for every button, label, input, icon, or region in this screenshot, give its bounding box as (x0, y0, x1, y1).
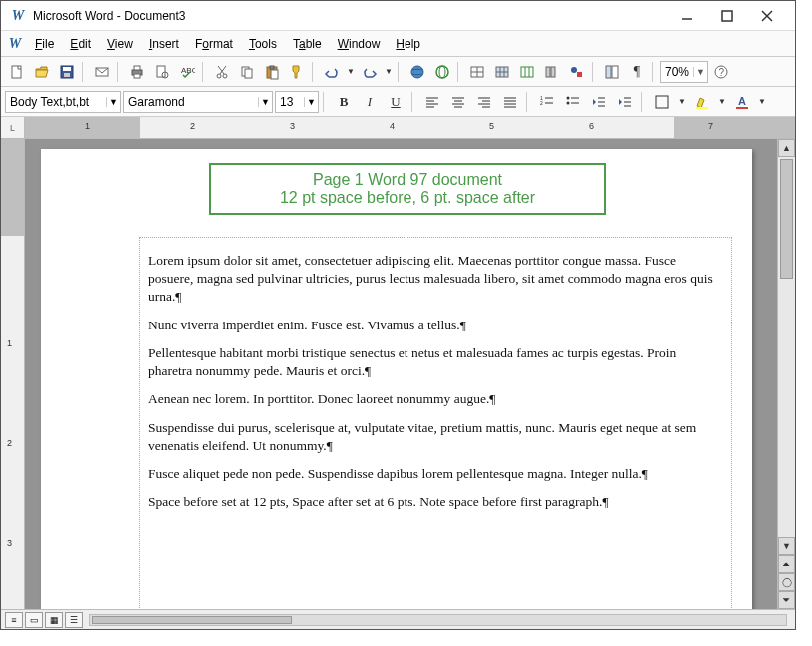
columns-button[interactable] (540, 60, 564, 84)
mail-button[interactable] (90, 60, 114, 84)
align-justify-icon (502, 94, 518, 110)
close-button[interactable] (747, 2, 787, 30)
menu-window[interactable]: Window (332, 35, 387, 53)
new-button[interactable] (5, 60, 29, 84)
excel-button[interactable] (515, 60, 539, 84)
paste-icon (264, 64, 280, 80)
zoom-dropdown[interactable]: 70% ▼ (660, 61, 708, 83)
font-dropdown[interactable]: Garamond ▼ (123, 91, 273, 113)
menu-insert[interactable]: Insert (143, 35, 185, 53)
italic-button[interactable]: I (358, 90, 382, 114)
chevron-down-icon[interactable]: ▼ (106, 97, 120, 107)
menu-table[interactable]: Table (287, 35, 328, 53)
menu-view[interactable]: View (101, 35, 139, 53)
open-button[interactable] (30, 60, 54, 84)
vertical-scrollbar[interactable]: ▲ ▼ ⏶ ◯ ⏷ (777, 139, 795, 609)
scroll-down-button[interactable]: ▼ (778, 537, 795, 555)
insert-table-button[interactable] (490, 60, 514, 84)
next-page-button[interactable]: ⏷ (778, 591, 795, 609)
highlight-dropdown[interactable]: ▼ (716, 90, 728, 114)
minimize-icon (679, 8, 695, 24)
ruler-tick: 2 (190, 121, 195, 131)
online-view-button[interactable]: ▭ (25, 612, 43, 628)
spellcheck-icon: ABC (179, 64, 195, 80)
align-right-button[interactable] (472, 90, 496, 114)
style-dropdown[interactable]: Body Text,bt,bt ▼ (5, 91, 121, 113)
cut-button[interactable] (210, 60, 234, 84)
annotation-callout: Page 1 Word 97 document 12 pt space befo… (209, 163, 606, 215)
scroll-thumb[interactable] (780, 159, 793, 279)
scroll-up-button[interactable]: ▲ (778, 139, 795, 157)
borders-dropdown[interactable]: ▼ (676, 90, 688, 114)
menu-tools[interactable]: Tools (243, 35, 283, 53)
spellcheck-button[interactable]: ABC (175, 60, 199, 84)
svg-rect-40 (577, 72, 582, 77)
align-center-button[interactable] (446, 90, 470, 114)
svg-rect-41 (606, 66, 611, 78)
print-button[interactable] (125, 60, 149, 84)
vertical-ruler[interactable]: 1 2 3 (1, 139, 25, 609)
svg-rect-76 (696, 107, 708, 109)
annotation-line2: 12 pt space before, 6 pt. space after (280, 189, 535, 207)
paragraph: Space before set at 12 pts, Space after … (148, 493, 723, 511)
align-left-button[interactable] (420, 90, 444, 114)
normal-view-button[interactable]: ≡ (5, 612, 23, 628)
page-layout-view-button[interactable]: ▦ (45, 612, 63, 628)
hscroll-thumb[interactable] (92, 616, 292, 624)
font-color-dropdown[interactable]: ▼ (756, 90, 768, 114)
svg-point-39 (571, 67, 577, 73)
outline-view-button[interactable]: ☰ (65, 612, 83, 628)
web-icon (434, 64, 450, 80)
prev-page-button[interactable]: ⏶ (778, 555, 795, 573)
document-icon[interactable]: W (5, 35, 25, 53)
document-map-button[interactable] (600, 60, 624, 84)
menu-help[interactable]: Help (390, 35, 426, 53)
paste-button[interactable] (260, 60, 284, 84)
help-button[interactable]: ? (709, 60, 733, 84)
formatting-toolbar: Body Text,bt,bt ▼ Garamond ▼ 13 ▼ B I U … (1, 87, 795, 117)
drawing-button[interactable] (565, 60, 589, 84)
hyperlink-button[interactable] (406, 60, 429, 84)
undo-button[interactable] (320, 60, 344, 84)
bulletlist-icon (565, 94, 581, 110)
align-justify-button[interactable] (498, 90, 522, 114)
tables-borders-button[interactable] (465, 60, 489, 84)
redo-dropdown[interactable]: ▼ (383, 60, 395, 84)
font-color-button[interactable]: A (730, 90, 754, 114)
maximize-button[interactable] (707, 2, 747, 30)
menu-file[interactable]: File (29, 35, 60, 53)
document-canvas[interactable]: Page 1 Word 97 document 12 pt space befo… (25, 139, 777, 609)
web-toolbar-button[interactable] (430, 60, 454, 84)
horizontal-scrollbar[interactable] (89, 614, 787, 626)
chevron-down-icon[interactable]: ▼ (304, 97, 318, 107)
undo-dropdown[interactable]: ▼ (345, 60, 357, 84)
minimize-button[interactable] (667, 2, 707, 30)
text-area[interactable]: Lorem ipsum dolor sit amet, consectetuer… (139, 237, 732, 609)
chevron-down-icon[interactable]: ▼ (258, 97, 272, 107)
numbered-list-button[interactable]: 12 (535, 90, 559, 114)
globe-icon (409, 64, 425, 80)
format-painter-button[interactable] (285, 60, 309, 84)
highlight-button[interactable] (690, 90, 714, 114)
bold-button[interactable]: B (332, 90, 356, 114)
spreadsheet-icon (519, 64, 535, 80)
save-button[interactable] (55, 60, 79, 84)
redo-button[interactable] (358, 60, 382, 84)
decrease-indent-button[interactable] (587, 90, 611, 114)
menu-edit[interactable]: Edit (64, 35, 97, 53)
highlight-icon (694, 94, 710, 110)
borders-button[interactable] (650, 90, 674, 114)
select-browse-button[interactable]: ◯ (778, 573, 795, 591)
fontsize-dropdown[interactable]: 13 ▼ (275, 91, 319, 113)
chevron-down-icon[interactable]: ▼ (693, 67, 707, 77)
bullet-list-button[interactable] (561, 90, 585, 114)
print-preview-button[interactable] (150, 60, 174, 84)
underline-button[interactable]: U (384, 90, 407, 114)
columns-icon (544, 64, 560, 80)
horizontal-ruler[interactable]: 1 2 3 4 5 6 7 (25, 117, 795, 138)
ruler-tick: 3 (7, 538, 12, 548)
increase-indent-button[interactable] (613, 90, 637, 114)
copy-button[interactable] (235, 60, 259, 84)
show-marks-button[interactable]: ¶ (625, 60, 649, 84)
menu-format[interactable]: Format (189, 35, 239, 53)
